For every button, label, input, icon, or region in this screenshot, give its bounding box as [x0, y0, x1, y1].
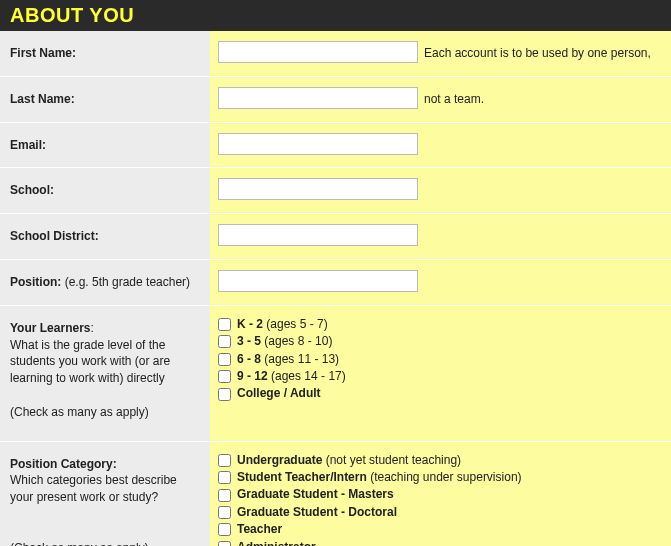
row-learners: Your Learners: What is the grade level o…: [0, 306, 671, 442]
learners-checkbox[interactable]: [218, 388, 231, 401]
first-name-input[interactable]: [218, 41, 418, 63]
label-text: Email:: [10, 138, 46, 152]
option-bold: Administrator: [237, 540, 316, 546]
label-position: Position: (e.g. 5th grade teacher): [0, 260, 210, 305]
category-option[interactable]: Graduate Student - Doctoral: [218, 504, 663, 521]
row-position: Position: (e.g. 5th grade teacher): [0, 260, 671, 306]
option-light: (ages 14 - 17): [268, 369, 346, 383]
label-note: (Check as many as apply): [10, 405, 149, 419]
option-bold: College / Adult: [237, 386, 321, 400]
section-header: ABOUT YOU: [0, 0, 671, 31]
category-option[interactable]: Undergraduate (not yet student teaching): [218, 452, 663, 469]
label-bold: Position Category:: [10, 457, 117, 471]
label-email: Email:: [0, 123, 210, 168]
email-input[interactable]: [218, 133, 418, 155]
category-checkbox[interactable]: [218, 541, 231, 546]
label-text: First Name:: [10, 46, 76, 60]
category-checkbox[interactable]: [218, 454, 231, 467]
learners-option[interactable]: 9 - 12 (ages 14 - 17): [218, 368, 663, 385]
last-name-input[interactable]: [218, 87, 418, 109]
district-input[interactable]: [218, 224, 418, 246]
category-options: Undergraduate (not yet student teaching)…: [218, 452, 663, 546]
category-checkbox[interactable]: [218, 471, 231, 484]
category-option[interactable]: Student Teacher/Intern (teaching under s…: [218, 469, 663, 486]
option-bold: Graduate Student - Doctoral: [237, 505, 397, 519]
label-text: Last Name:: [10, 92, 75, 106]
option-light: (ages 5 - 7): [263, 317, 328, 331]
first-name-hint: Each account is to be used by one person…: [424, 46, 651, 60]
learners-option[interactable]: 3 - 5 (ages 8 - 10): [218, 333, 663, 350]
option-bold: K - 2: [237, 317, 263, 331]
row-last-name: Last Name: not a team.: [0, 77, 671, 123]
label-category: Position Category: Which categories best…: [0, 442, 210, 546]
label-last-name: Last Name:: [0, 77, 210, 122]
last-name-hint: not a team.: [424, 92, 484, 106]
label-sub: Which categories best describe your pres…: [10, 473, 177, 504]
label-note: (Check as many as apply): [10, 541, 149, 546]
row-first-name: First Name: Each account is to be used b…: [0, 31, 671, 77]
learners-option[interactable]: K - 2 (ages 5 - 7): [218, 316, 663, 333]
option-light: (not yet student teaching): [322, 453, 461, 467]
row-email: Email:: [0, 123, 671, 169]
label-colon: :: [90, 321, 93, 335]
learners-checkbox[interactable]: [218, 353, 231, 366]
label-light: (e.g. 5th grade teacher): [61, 275, 190, 289]
position-input[interactable]: [218, 270, 418, 292]
label-text: School:: [10, 183, 54, 197]
category-checkbox[interactable]: [218, 523, 231, 536]
category-checkbox[interactable]: [218, 489, 231, 502]
option-bold: Undergraduate: [237, 453, 322, 467]
category-option[interactable]: Teacher: [218, 521, 663, 538]
option-bold: Student Teacher/Intern: [237, 470, 367, 484]
cell-first-name: Each account is to be used by one person…: [210, 31, 671, 76]
learners-options: K - 2 (ages 5 - 7) 3 - 5 (ages 8 - 10) 6…: [218, 316, 663, 403]
row-school: School:: [0, 168, 671, 214]
option-light: (ages 8 - 10): [261, 334, 332, 348]
cell-learners: K - 2 (ages 5 - 7) 3 - 5 (ages 8 - 10) 6…: [210, 306, 671, 441]
option-bold: 9 - 12: [237, 369, 268, 383]
option-bold: 3 - 5: [237, 334, 261, 348]
cell-email: [210, 123, 671, 168]
row-category: Position Category: Which categories best…: [0, 442, 671, 546]
cell-category: Undergraduate (not yet student teaching)…: [210, 442, 671, 546]
label-first-name: First Name:: [0, 31, 210, 76]
option-light: (ages 11 - 13): [261, 352, 339, 366]
category-checkbox[interactable]: [218, 506, 231, 519]
learners-checkbox[interactable]: [218, 318, 231, 331]
learners-checkbox[interactable]: [218, 335, 231, 348]
label-bold: Position:: [10, 275, 61, 289]
category-option[interactable]: Administrator: [218, 539, 663, 546]
option-bold: 6 - 8: [237, 352, 261, 366]
label-district: School District:: [0, 214, 210, 259]
school-input[interactable]: [218, 178, 418, 200]
cell-school: [210, 168, 671, 213]
option-bold: Teacher: [237, 522, 282, 536]
cell-district: [210, 214, 671, 259]
label-learners: Your Learners: What is the grade level o…: [0, 306, 210, 441]
label-bold: Your Learners: [10, 321, 90, 335]
label-text: School District:: [10, 229, 99, 243]
cell-position: [210, 260, 671, 305]
label-sub: What is the grade level of the students …: [10, 338, 170, 386]
option-bold: Graduate Student - Masters: [237, 487, 394, 501]
category-option[interactable]: Graduate Student - Masters: [218, 486, 663, 503]
label-school: School:: [0, 168, 210, 213]
learners-option[interactable]: College / Adult: [218, 385, 663, 402]
option-light: (teaching under supervision): [367, 470, 522, 484]
learners-checkbox[interactable]: [218, 370, 231, 383]
row-district: School District:: [0, 214, 671, 260]
learners-option[interactable]: 6 - 8 (ages 11 - 13): [218, 351, 663, 368]
cell-last-name: not a team.: [210, 77, 671, 122]
